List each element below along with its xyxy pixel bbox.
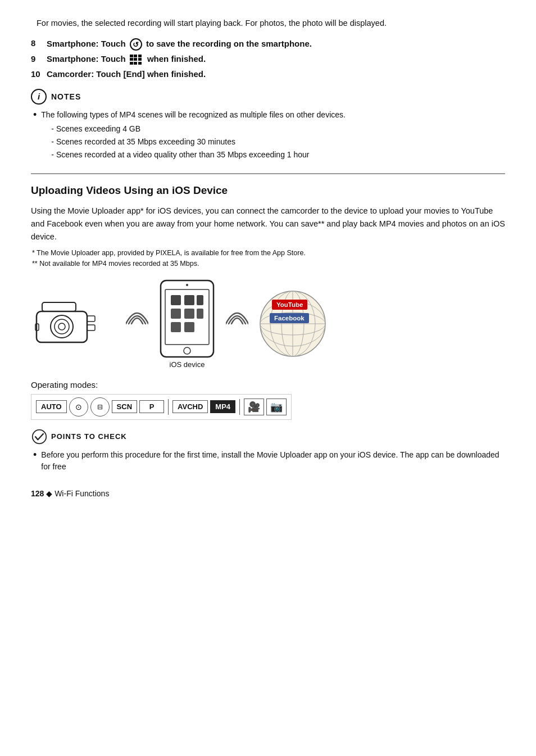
svg-rect-10 — [171, 295, 181, 305]
ptc-header: POINTS TO CHECK — [31, 429, 505, 445]
step-10-text: Camcorder: Touch [End] when finished. — [47, 69, 206, 79]
grid-icon — [130, 54, 143, 65]
checkmark-icon — [31, 429, 48, 445]
body-paragraph: Using the Movie Uploader app* for iOS de… — [31, 205, 505, 244]
svg-point-27 — [33, 429, 47, 443]
svg-rect-13 — [171, 309, 181, 319]
svg-rect-6 — [87, 325, 95, 331]
svg-rect-11 — [184, 295, 194, 305]
subitem-2: Scenes recorded at 35 Mbps exceeding 30 … — [51, 136, 346, 148]
notes-sublist: Scenes exceeding 4 GB Scenes recorded at… — [51, 123, 346, 161]
footnote-2: ** Not available for MP4 movies recorded… — [32, 259, 505, 269]
numbered-steps: 8 Smartphone: Touch ↺ to save the record… — [31, 38, 505, 78]
diagram-area: iOS device YouTube Facebook — [31, 279, 505, 369]
ios-device-wrap: iOS device — [156, 279, 218, 369]
step-10: 10 Camcorder: Touch [End] when finished. — [31, 69, 505, 79]
mode-p: P — [139, 400, 164, 413]
ptc-item-1-text: Before you perform this procedure for th… — [41, 449, 505, 473]
notes-item-1-text: The following types of MP4 scenes will b… — [41, 110, 346, 119]
notes-header: i NOTES — [31, 89, 505, 105]
facebook-badge: Facebook — [270, 313, 309, 323]
step-9-text: Smartphone: Touch when finished. — [47, 54, 206, 65]
social-globe-wrap: YouTube Facebook — [256, 287, 329, 360]
notes-item-1-content: The following types of MP4 scenes will b… — [41, 109, 346, 162]
page-number: 128 — [31, 489, 44, 498]
mode-mp4: MP4 — [210, 400, 235, 413]
step-8-text: Smartphone: Touch ↺ to save the recordin… — [47, 38, 312, 51]
section-heading: Uploading Videos Using an iOS Device — [31, 184, 505, 197]
wifi-waves-right — [224, 307, 251, 341]
mode-scn: SCN — [112, 400, 137, 413]
ios-device-svg — [156, 279, 218, 358]
ptc-bullet-1: • — [33, 449, 37, 461]
step-10-num: 10 — [31, 69, 47, 79]
mode-cinema: ⊟ — [90, 397, 110, 417]
points-to-check-section: POINTS TO CHECK • Before you perform thi… — [31, 429, 505, 473]
bullet-1: • — [33, 109, 37, 121]
subitem-3: Scenes recorded at a video quality other… — [51, 149, 346, 161]
mode-auto: AUTO — [36, 400, 67, 413]
subitem-1: Scenes exceeding 4 GB — [51, 123, 346, 135]
ptc-title: POINTS TO CHECK — [51, 432, 127, 441]
mode-photo: 📷 — [266, 399, 287, 415]
notes-item-1: • The following types of MP4 scenes will… — [33, 109, 505, 162]
svg-rect-14 — [184, 309, 194, 319]
ptc-list: • Before you perform this procedure for … — [33, 449, 505, 473]
ptc-item-1: • Before you perform this procedure for … — [33, 449, 505, 473]
svg-rect-16 — [171, 322, 181, 332]
footnote-1: * The Movie Uploader app, provided by PI… — [32, 248, 505, 259]
intro-text: For movies, the selected recording will … — [37, 17, 505, 29]
step-9: 9 Smartphone: Touch when finished. — [31, 54, 505, 65]
step-8-num: 8 — [31, 38, 47, 48]
operating-modes-bar: AUTO ⊙ ⊟ SCN P AVCHD MP4 🎥 📷 — [31, 394, 292, 420]
mode-circle1: ⊙ — [69, 397, 88, 417]
notes-section: i NOTES • The following types of MP4 sce… — [31, 89, 505, 162]
svg-point-2 — [54, 319, 69, 334]
svg-point-19 — [186, 284, 188, 286]
footnotes: * The Movie Uploader app, provided by PI… — [32, 248, 505, 269]
section-divider — [31, 173, 505, 174]
globe-svg — [256, 287, 329, 360]
svg-point-3 — [58, 323, 65, 330]
svg-rect-12 — [197, 295, 203, 305]
page-footer: 128 ◆ Wi-Fi Functions — [31, 489, 505, 498]
notes-title: NOTES — [51, 92, 81, 101]
wifi-svg-right — [226, 307, 248, 341]
separator-1 — [168, 399, 169, 415]
separator-2 — [239, 399, 240, 415]
wifi-waves-left — [124, 307, 151, 341]
ios-device-label: iOS device — [170, 360, 205, 369]
svg-point-18 — [184, 347, 190, 354]
svg-rect-15 — [197, 309, 203, 319]
notes-list: • The following types of MP4 scenes will… — [33, 109, 505, 162]
camcorder-svg — [31, 296, 118, 352]
step-9-num: 9 — [31, 54, 47, 64]
notes-icon: i — [31, 89, 47, 105]
svg-point-1 — [51, 315, 73, 338]
save-icon: ↺ — [130, 38, 142, 51]
footer-separator: ◆ — [46, 489, 54, 498]
svg-rect-17 — [184, 322, 194, 332]
wifi-svg-left — [126, 307, 148, 341]
footer-text: Wi-Fi Functions — [54, 489, 109, 498]
mode-video: 🎥 — [244, 399, 264, 415]
operating-modes-label: Operating modes: — [31, 380, 505, 390]
svg-rect-4 — [42, 302, 76, 311]
youtube-badge: YouTube — [272, 300, 307, 310]
mode-avchd: AVCHD — [172, 400, 208, 413]
step-8: 8 Smartphone: Touch ↺ to save the record… — [31, 38, 505, 51]
svg-rect-5 — [87, 316, 95, 322]
camcorder-image — [31, 296, 118, 352]
